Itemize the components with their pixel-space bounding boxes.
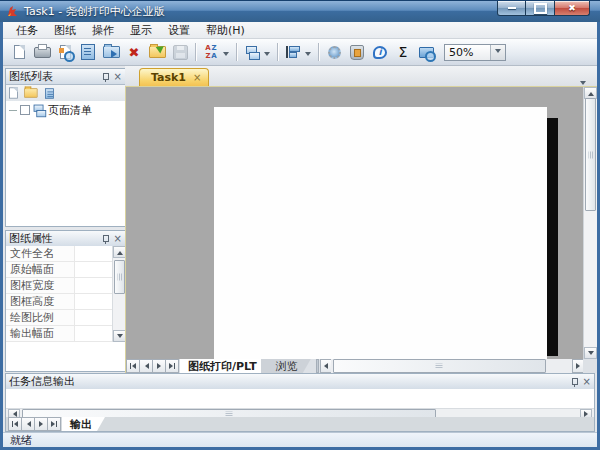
folder-icon[interactable] xyxy=(24,88,38,98)
menu-display[interactable]: 显示 xyxy=(122,22,160,39)
prop-value xyxy=(75,294,112,309)
status-bar: 就绪 xyxy=(3,432,597,447)
property-row[interactable]: 原始幅面 xyxy=(6,262,112,278)
scroll-down-button[interactable] xyxy=(584,347,597,359)
property-row[interactable]: 输出幅面 xyxy=(6,326,112,342)
nav-next-button[interactable] xyxy=(152,359,166,373)
zoom-combobox[interactable]: 50% xyxy=(444,44,506,61)
nav-first-button[interactable] xyxy=(126,359,140,373)
tab-close-icon[interactable]: × xyxy=(193,72,201,83)
pin-icon[interactable] xyxy=(101,72,109,82)
pin-icon[interactable] xyxy=(101,234,109,244)
columns-icon[interactable] xyxy=(45,88,54,98)
pages-icon xyxy=(34,105,45,116)
menu-settings[interactable]: 设置 xyxy=(160,22,198,39)
new-page-icon[interactable] xyxy=(9,87,18,98)
vertical-scrollbar xyxy=(583,87,597,359)
summary-button[interactable]: Σ xyxy=(392,41,414,63)
sort-dropdown-arrow[interactable] xyxy=(223,52,229,59)
tree-item-page-list[interactable]: 页面清单 xyxy=(6,101,125,119)
property-row[interactable]: 绘图比例 xyxy=(6,310,112,326)
drawing-props-header: 图纸属性 × xyxy=(6,231,125,247)
permission-button[interactable] xyxy=(346,41,368,63)
maximize-button[interactable] xyxy=(526,1,555,16)
panel-close-icon[interactable]: × xyxy=(583,377,591,387)
right-arrow-icon xyxy=(39,421,46,427)
output-tab[interactable]: 输出 xyxy=(62,417,105,431)
nav-prev-button[interactable] xyxy=(139,359,153,373)
delete-x-icon: ✖ xyxy=(129,45,140,60)
pin-icon[interactable] xyxy=(570,377,578,387)
close-button[interactable]: ✖ xyxy=(555,1,590,16)
prop-label: 图框高度 xyxy=(6,294,75,309)
nav-next-button[interactable] xyxy=(34,417,48,431)
horizontal-scrollbar xyxy=(315,359,583,373)
delete-button[interactable]: ✖ xyxy=(123,41,145,63)
save-button[interactable] xyxy=(169,41,191,63)
layout-dropdown-arrow[interactable] xyxy=(264,52,270,59)
menu-help[interactable]: 帮助(H) xyxy=(198,22,253,39)
prop-label: 图框宽度 xyxy=(6,278,75,293)
app-window: Task1 - 尧创打印中心企业版 ✖ 任务 图纸 操作 显示 设置 帮助(H) xyxy=(0,0,600,450)
sheet-tab-bar: 图纸打印/PLT 浏览 xyxy=(126,359,583,373)
menu-task[interactable]: 任务 xyxy=(8,22,46,39)
left-arrow-icon xyxy=(321,363,328,369)
app-logo-icon xyxy=(6,5,19,18)
menu-operation[interactable]: 操作 xyxy=(84,22,122,39)
page-layout-button[interactable] xyxy=(241,41,263,63)
arrow-icon xyxy=(111,50,121,58)
panel-close-icon[interactable]: × xyxy=(114,234,122,244)
nav-last-button[interactable] xyxy=(165,359,179,373)
about-button[interactable]: i xyxy=(369,41,391,63)
import-folder-button[interactable] xyxy=(100,41,122,63)
output-content xyxy=(6,389,594,408)
property-grid: 文件全名 原始幅面 图框宽度 图框高度 绘图比例 输出幅面 xyxy=(6,246,112,342)
hscroll-track[interactable] xyxy=(331,359,572,373)
tree-line xyxy=(9,110,17,111)
sheet-tab-browse[interactable]: 浏览 xyxy=(261,359,311,373)
medal-icon xyxy=(328,46,341,59)
print-button[interactable] xyxy=(31,41,53,63)
zoom-dropdown-button[interactable] xyxy=(490,45,505,60)
nav-first-button[interactable] xyxy=(8,417,22,431)
document-tab-task1[interactable]: Task1 × xyxy=(139,68,209,86)
new-task-button[interactable] xyxy=(8,41,30,63)
align-button[interactable] xyxy=(282,41,304,63)
stamp-button[interactable] xyxy=(323,41,345,63)
sheet-tab-print[interactable]: 图纸打印/PLT xyxy=(180,359,270,373)
minimize-button[interactable] xyxy=(497,1,526,16)
prop-label: 文件全名 xyxy=(6,246,75,261)
toolbar-separator xyxy=(195,43,197,61)
thumb-grip xyxy=(588,151,593,158)
window-title: Task1 - 尧创打印中心企业版 xyxy=(24,4,165,19)
drawing-list-title: 图纸列表 xyxy=(9,69,101,84)
title-bar[interactable]: Task1 - 尧创打印中心企业版 ✖ xyxy=(0,0,600,22)
find-print-button[interactable] xyxy=(415,41,437,63)
down-arrow-icon xyxy=(588,351,594,358)
add-drawing-button[interactable] xyxy=(77,41,99,63)
menu-drawing[interactable]: 图纸 xyxy=(46,22,84,39)
save-disk-icon xyxy=(173,45,188,60)
print-preview-button[interactable] xyxy=(54,41,76,63)
magnifier-icon xyxy=(425,51,436,62)
scroll-thumb[interactable] xyxy=(114,260,125,294)
prop-value xyxy=(75,310,112,325)
restore-button[interactable] xyxy=(146,41,168,63)
property-row[interactable]: 图框宽度 xyxy=(6,278,112,294)
toolbar-separator xyxy=(277,43,279,61)
tree-item-checkbox[interactable] xyxy=(20,105,30,115)
nav-prev-button[interactable] xyxy=(21,417,35,431)
nav-last-button[interactable] xyxy=(47,417,61,431)
property-row[interactable]: 图框高度 xyxy=(6,294,112,310)
sort-letter: Z xyxy=(211,44,217,52)
splitter-handle[interactable] xyxy=(316,359,319,373)
scroll-thumb[interactable] xyxy=(585,98,596,211)
sort-button[interactable]: A Z Z A xyxy=(200,41,222,63)
scroll-thumb[interactable] xyxy=(333,359,546,373)
panel-close-icon[interactable]: × xyxy=(114,72,122,82)
client-area: 任务 图纸 操作 显示 设置 帮助(H) ✖ A xyxy=(3,22,597,447)
pages-icon xyxy=(246,46,259,59)
property-row[interactable]: 文件全名 xyxy=(6,246,112,262)
zoom-value: 50% xyxy=(445,46,490,59)
align-dropdown-arrow[interactable] xyxy=(305,52,311,59)
